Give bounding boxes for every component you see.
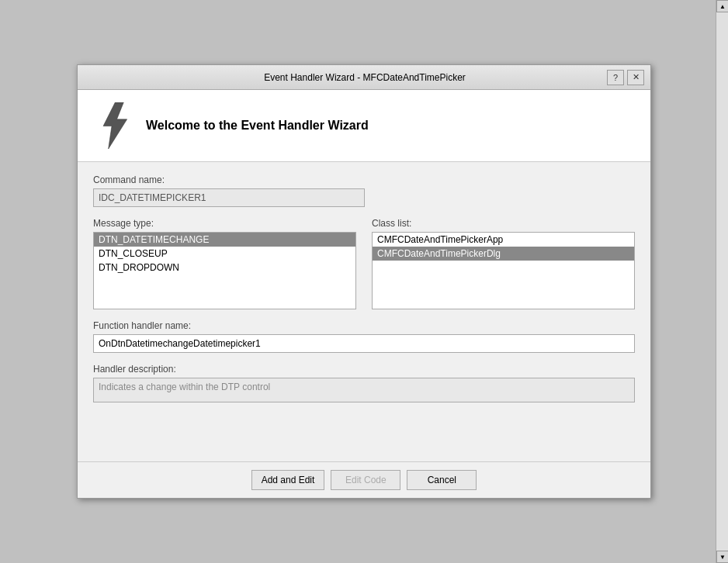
handler-description-label: Handler description: (93, 364, 635, 375)
command-name-group: Command name: (93, 174, 635, 207)
command-name-label: Command name: (93, 174, 635, 185)
message-type-listbox[interactable]: DTN_DATETIMECHANGE DTN_CLOSEUP DTN_DROPD… (93, 232, 356, 309)
message-type-list-inner: DTN_DATETIMECHANGE DTN_CLOSEUP DTN_DROPD… (94, 233, 355, 309)
message-type-label: Message type: (93, 218, 356, 229)
dialog-window: Event Handler Wizard - MFCDateAndTimePic… (77, 64, 651, 499)
form-section: Command name: Message type: DTN_DATETIME… (78, 162, 650, 461)
header-title: Welcome to the Event Handler Wizard (146, 119, 369, 133)
list-item[interactable]: DTN_CLOSEUP (94, 247, 355, 261)
function-handler-input[interactable] (93, 334, 635, 353)
class-list-column: Class list: CMFCDateAndTimePickerApp CMF… (372, 218, 635, 309)
list-item[interactable]: CMFCDateAndTimePickerDlg (373, 247, 634, 261)
command-name-input[interactable] (93, 188, 365, 207)
function-handler-label: Function handler name: (93, 320, 635, 331)
list-item[interactable]: DTN_DATETIMECHANGE (94, 233, 355, 247)
svg-marker-0 (103, 102, 127, 149)
title-bar-controls: ? ✕ (607, 70, 644, 85)
footer: Add and Edit Edit Code Cancel (78, 461, 650, 498)
title-bar: Event Handler Wizard - MFCDateAndTimePic… (78, 65, 650, 90)
class-list-label: Class list: (372, 218, 635, 229)
handler-description-group: Handler description: Indicates a change … (93, 364, 635, 402)
list-item[interactable]: DTN_DROPDOWN (94, 261, 355, 275)
message-type-column: Message type: DTN_DATETIMECHANGE DTN_CLO… (93, 218, 356, 309)
dialog-content: Welcome to the Event Handler Wizard Comm… (78, 90, 650, 461)
title-bar-text: Event Handler Wizard - MFCDateAndTimePic… (123, 72, 607, 83)
function-handler-group: Function handler name: (93, 320, 635, 353)
class-list-inner: CMFCDateAndTimePickerApp CMFCDateAndTime… (373, 233, 634, 309)
list-item[interactable]: CMFCDateAndTimePickerApp (373, 233, 634, 247)
help-button[interactable]: ? (607, 70, 624, 85)
two-column-section: Message type: DTN_DATETIMECHANGE DTN_CLO… (93, 218, 635, 309)
class-list-listbox[interactable]: CMFCDateAndTimePickerApp CMFCDateAndTime… (372, 232, 635, 309)
edit-code-button[interactable]: Edit Code (331, 470, 400, 490)
handler-description-box: Indicates a change within the DTP contro… (93, 378, 635, 402)
close-button[interactable]: ✕ (627, 70, 644, 85)
lightning-icon (93, 102, 130, 149)
cancel-button[interactable]: Cancel (407, 470, 477, 490)
header-section: Welcome to the Event Handler Wizard (78, 90, 650, 162)
spacer (93, 402, 635, 449)
add-and-edit-button[interactable]: Add and Edit (251, 470, 325, 490)
